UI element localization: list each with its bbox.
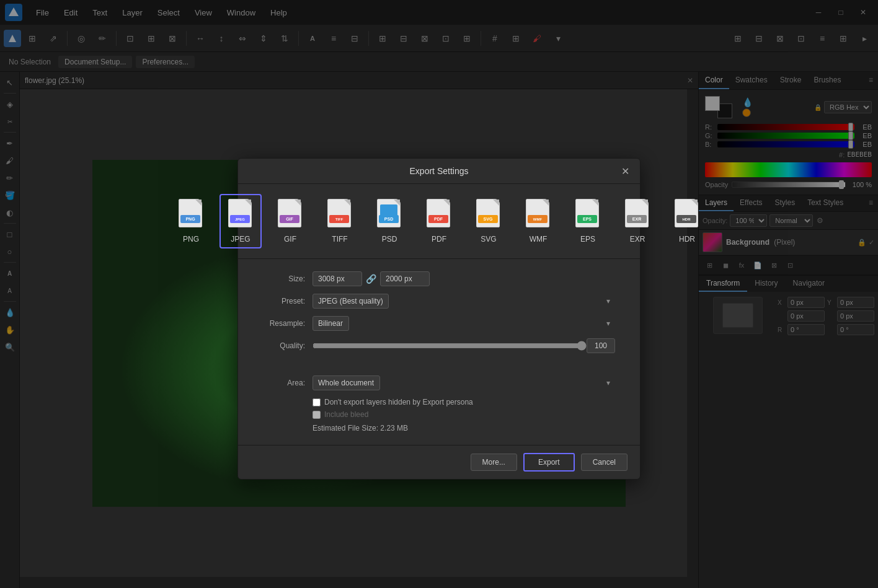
format-tiff-icon: TIFF — [325, 199, 355, 231]
format-eps-icon: EPS — [573, 199, 603, 231]
format-psd-icon: PSD — [375, 199, 404, 231]
resample-label: Resample: — [263, 319, 313, 328]
format-gif[interactable]: GIF GIF — [269, 194, 311, 248]
more-button[interactable]: More... — [471, 454, 517, 471]
include-bleed-row: Include bleed — [263, 410, 615, 419]
format-jpeg-icon: JPEG — [226, 199, 255, 231]
format-exr-icon: EXR — [623, 199, 652, 231]
format-svg[interactable]: SVG SVG — [468, 194, 510, 248]
resample-select-wrapper: Bilinear — [313, 316, 615, 331]
format-pdf-label: PDF — [432, 235, 446, 244]
no-export-hidden-row: Don't export layers hidden by Export per… — [263, 398, 615, 406]
no-export-hidden-checkbox[interactable] — [313, 398, 321, 406]
preset-select-wrapper: JPEG (Best quality) — [313, 294, 615, 309]
format-jpeg[interactable]: JPEG JPEG — [220, 194, 262, 248]
area-select-wrapper: Whole document — [313, 375, 615, 390]
size-width-input[interactable] — [313, 271, 362, 286]
format-wmf-label: WMF — [530, 235, 548, 244]
format-hdr-icon: HDR — [672, 199, 702, 231]
preset-row: Preset: JPEG (Best quality) — [263, 294, 615, 309]
estimated-row: Estimated File Size: 2.23 MB — [263, 424, 615, 432]
size-label: Size: — [263, 274, 313, 283]
format-wmf-icon: WMF — [523, 199, 553, 231]
size-controls: 🔗 — [313, 271, 615, 286]
format-exr-label: EXR — [630, 235, 645, 244]
format-png[interactable]: PNG PNG — [170, 194, 212, 248]
format-hdr-label: HDR — [679, 235, 695, 244]
format-tiff-label: TIFF — [332, 235, 347, 244]
dialog-overlay: Export Settings ✕ PNG PNG — [0, 0, 878, 588]
format-png-label: PNG — [183, 235, 199, 244]
dialog-body: Size: 🔗 Preset: JPEG (Best quality) Res — [238, 259, 640, 445]
format-hdr[interactable]: HDR HDR — [666, 194, 708, 248]
quality-label: Quality: — [263, 341, 313, 350]
format-psd-label: PSD — [382, 235, 397, 244]
format-png-icon: PNG — [176, 199, 206, 231]
area-row: Area: Whole document — [263, 375, 615, 390]
dialog-footer: More... Export Cancel — [238, 445, 640, 479]
format-gif-label: GIF — [284, 235, 296, 244]
quality-row: Quality: — [263, 338, 615, 353]
size-height-input[interactable] — [380, 271, 430, 286]
export-settings-dialog: Export Settings ✕ PNG PNG — [237, 158, 641, 480]
format-row: PNG PNG JPEG JPEG — [238, 184, 640, 259]
format-gif-icon: GIF — [275, 199, 305, 231]
format-svg-label: SVG — [481, 235, 496, 244]
format-jpeg-label: JPEG — [231, 235, 250, 244]
resample-select[interactable]: Bilinear — [313, 316, 349, 331]
quality-slider[interactable] — [313, 341, 587, 351]
format-psd[interactable]: PSD PSD — [368, 194, 410, 248]
format-tiff[interactable]: TIFF TIFF — [319, 194, 361, 248]
area-select[interactable]: Whole document — [313, 375, 380, 390]
link-icon[interactable]: 🔗 — [366, 274, 376, 284]
cancel-button[interactable]: Cancel — [581, 454, 627, 471]
resample-row: Resample: Bilinear — [263, 316, 615, 331]
include-bleed-checkbox[interactable] — [313, 411, 321, 419]
no-export-hidden-label: Don't export layers hidden by Export per… — [324, 398, 473, 406]
format-eps-label: EPS — [580, 235, 595, 244]
format-exr[interactable]: EXR EXR — [616, 194, 658, 248]
preset-select[interactable]: JPEG (Best quality) — [313, 294, 389, 309]
size-row: Size: 🔗 — [263, 271, 615, 286]
format-pdf-icon: PDF — [424, 199, 454, 231]
estimated-text: Estimated File Size: 2.23 MB — [313, 424, 408, 432]
dialog-header: Export Settings ✕ — [238, 159, 640, 184]
preset-label: Preset: — [263, 297, 313, 305]
spacer — [263, 361, 615, 371]
export-button[interactable]: Export — [523, 453, 575, 472]
quality-value-input[interactable] — [587, 338, 615, 353]
area-label: Area: — [263, 379, 313, 387]
format-wmf[interactable]: WMF WMF — [517, 194, 559, 248]
dialog-title: Export Settings — [410, 166, 469, 176]
format-pdf[interactable]: PDF PDF — [418, 194, 460, 248]
include-bleed-label: Include bleed — [324, 410, 368, 419]
format-svg-icon: SVG — [474, 199, 503, 231]
format-eps[interactable]: EPS EPS — [567, 194, 609, 248]
dialog-close-button[interactable]: ✕ — [618, 164, 632, 178]
